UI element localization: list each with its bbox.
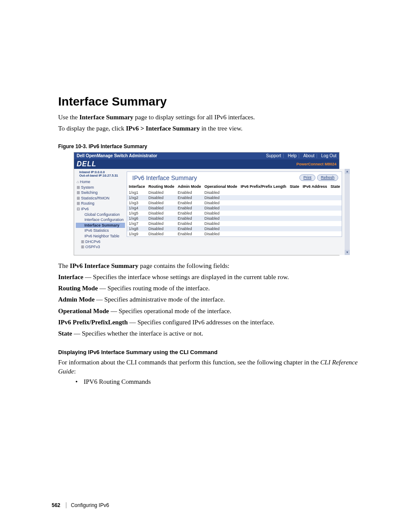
cell-empty <box>239 195 288 200</box>
cell: Enabled <box>176 205 203 211</box>
cell: 1/xg7 <box>127 221 147 226</box>
ip-status: Inband IP:0.0.0.0 Out-of-band IP:10.27.5… <box>79 171 125 178</box>
footer-divider <box>66 502 66 508</box>
cell-empty <box>288 226 301 231</box>
scroll-down-icon[interactable]: ▾ <box>345 250 350 255</box>
table-row: 1/xg8DisabledEnabledDisabled <box>127 226 342 231</box>
cell: Disabled <box>147 200 176 205</box>
col-state: State <box>288 183 301 190</box>
cell: Disabled <box>203 205 239 211</box>
nav-label: Switching <box>81 190 98 195</box>
cell: Disabled <box>203 221 239 226</box>
cell-empty <box>239 205 288 211</box>
cell-empty <box>301 216 329 221</box>
page-heading: Interface Summary <box>58 95 359 109</box>
table-row: 1/xg4DisabledEnabledDisabled <box>127 205 342 211</box>
expand-icon: ⊞ <box>77 190 80 195</box>
link-support[interactable]: Support <box>266 153 281 158</box>
intro-paragraph-1: Use the Interface Summary page to displa… <box>58 113 359 121</box>
link-help[interactable]: Help <box>288 153 297 158</box>
text: : <box>74 368 76 375</box>
nav-global-config[interactable]: Global Configuration <box>76 212 125 218</box>
cell-empty <box>288 211 301 216</box>
col-operational-mode: Operational Mode <box>203 183 239 190</box>
nav-routing[interactable]: ⊞Routing <box>76 201 125 206</box>
cell: 1/xg3 <box>127 200 147 205</box>
nav-ipv6[interactable]: ⊟IPv6 <box>76 206 125 212</box>
page-number: 562 <box>52 502 60 508</box>
nav-interface-config[interactable]: Interface Configuration <box>76 217 125 223</box>
pane-title: IPv6 Interface Summary <box>132 174 197 181</box>
cell-empty <box>288 195 301 200</box>
nav-tree: Inband IP:0.0.0.0 Out-of-band IP:10.27.5… <box>74 169 126 255</box>
intro-paragraph-2: To display the page, click IPv6 > Interf… <box>58 124 359 133</box>
app-header: Dell OpenManage Switch Administrator Sup… <box>74 152 339 159</box>
table-row: 1/xg9DisabledEnabledDisabled <box>127 231 342 236</box>
main-content: IPv6 Interface Summary Print Refresh Int… <box>126 169 345 255</box>
table-row: 1/xg1DisabledEnabledDisabled <box>127 190 342 195</box>
cell: Disabled <box>147 226 176 231</box>
nav-ipv6-statistics[interactable]: IPv6 Statistics <box>76 228 125 233</box>
field-definition: State — Specifies whether the interface … <box>58 329 359 338</box>
figure-caption: Figure 10-3. IPv6 Interface Summary <box>58 143 359 149</box>
nav-label: Home <box>80 180 90 184</box>
cell-empty <box>301 205 329 211</box>
link-logout[interactable]: Log Out <box>321 153 336 158</box>
field-label: Routing Mode <box>58 285 98 292</box>
nav-label: OSPFv3 <box>85 245 100 249</box>
cell: Enabled <box>176 195 203 200</box>
nav-ospfv3[interactable]: ⊞OSPFv3 <box>76 244 125 250</box>
cell-empty <box>288 205 301 211</box>
bullet-icon: • <box>75 378 78 386</box>
field-definition: Interface — Specifies the interface whos… <box>58 273 359 281</box>
fields-intro: The IPv6 Interface Summary page contains… <box>58 261 359 270</box>
field-definition: Admin Mode — Specifies administrative mo… <box>58 295 359 304</box>
cell-empty <box>329 211 342 216</box>
table-row: 1/xg3DisabledEnabledDisabled <box>127 200 342 205</box>
refresh-button[interactable]: Refresh <box>317 174 339 181</box>
field-label: IPv6 Prefix/PrefixLength <box>58 319 128 326</box>
print-button[interactable]: Print <box>299 174 315 181</box>
cell-empty <box>288 231 301 236</box>
field-label: Operational Mode <box>58 308 109 314</box>
cell-empty <box>239 226 288 231</box>
cell: 1/xg6 <box>127 216 147 221</box>
nav-home[interactable]: ⌂Home <box>76 179 125 185</box>
cell-empty <box>329 216 342 221</box>
cell-empty <box>329 226 342 231</box>
field-label: Interface <box>58 274 83 280</box>
scroll-up-icon[interactable]: ▴ <box>345 169 350 174</box>
cell: Enabled <box>176 221 203 226</box>
cell-empty <box>329 221 342 226</box>
nav-switching[interactable]: ⊞Switching <box>76 190 125 196</box>
cell: Disabled <box>147 216 176 221</box>
cell: 1/xg2 <box>127 195 147 200</box>
nav-neighbor-table[interactable]: IPv6 Neighbor Table <box>76 233 125 239</box>
nav-interface-summary[interactable]: Interface Summary <box>76 223 125 228</box>
nav-dhcpv6[interactable]: ⊞DHCPv6 <box>76 239 125 245</box>
cell-empty <box>288 216 301 221</box>
table-row: 1/xg5DisabledEnabledDisabled <box>127 211 342 216</box>
outband-ip: Out-of-band IP:10.27.5.31 <box>79 174 125 177</box>
cell-empty <box>288 190 301 195</box>
scrollbar[interactable]: ▴ ▾ <box>345 169 350 255</box>
nav-statistics[interactable]: ⊞Statistics/RMON <box>76 196 125 201</box>
nav-system[interactable]: ⊞System <box>76 185 125 190</box>
bullet-text: IPV6 Routing Commands <box>84 378 151 386</box>
nav-label: Statistics/RMON <box>81 196 109 200</box>
app-title: Dell OpenManage Switch Administrator <box>77 153 157 158</box>
cell-empty <box>288 200 301 205</box>
field-desc: — Specifies whether the interface is act… <box>72 330 203 337</box>
col-state2: State <box>329 183 342 190</box>
section-name: Configuring IPv6 <box>71 502 109 508</box>
dell-logo: DELL <box>77 160 97 168</box>
cell: Disabled <box>147 221 176 226</box>
cell: Enabled <box>176 231 203 236</box>
cell-empty <box>239 211 288 216</box>
cell: Disabled <box>203 195 239 200</box>
expand-icon: ⊞ <box>77 196 80 200</box>
link-about[interactable]: About <box>303 153 314 158</box>
field-desc: — Specifies administrative mode of the i… <box>95 296 225 303</box>
cli-paragraph: For information about the CLI commands t… <box>58 358 359 376</box>
cell: Enabled <box>176 200 203 205</box>
